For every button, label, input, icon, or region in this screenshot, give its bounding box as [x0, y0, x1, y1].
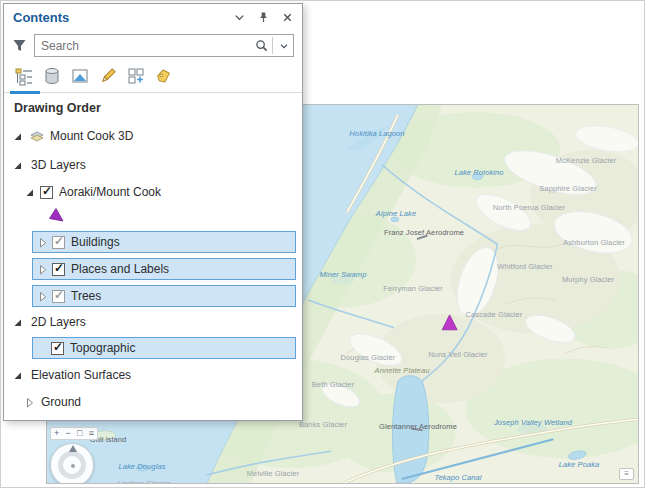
active-tab-underline: [10, 91, 40, 94]
map-label: Douglas Glacier: [341, 353, 396, 362]
map-label: Lake Douglas: [118, 462, 165, 471]
map-mini-toolbar[interactable]: + − □ ≡: [50, 427, 98, 440]
map-label: North Poerua Glacier: [493, 203, 565, 212]
map-label: Hokitika Lagoon: [349, 129, 404, 138]
map-label: Alpine Lake: [376, 209, 416, 218]
map-label: Melville Glacier: [247, 469, 299, 478]
tree-item-scene[interactable]: Mount Cook 3D: [4, 125, 302, 147]
expander-collapsed-icon[interactable]: [24, 397, 35, 408]
group-label: Elevation Surfaces: [31, 368, 131, 382]
map-label: Lake Rotokino: [454, 168, 503, 177]
tree-item-places-labels[interactable]: Places and Labels: [32, 258, 296, 280]
tree-item-trees[interactable]: Trees: [32, 285, 296, 307]
tree-item-topographic[interactable]: Topographic: [32, 337, 296, 359]
scene-label: Mount Cook 3D: [50, 129, 133, 143]
map-label: Miner Swamp: [320, 270, 367, 279]
group-label: 3D Layers: [31, 158, 86, 172]
extent-icon[interactable]: □: [77, 429, 82, 438]
map-label: Murphy Glacier: [562, 275, 614, 284]
screenshot-root: Hokitika LagoonLake RotokinoMcKenzie Gla…: [0, 0, 645, 488]
map-label: Glentanner Aerodrome: [379, 422, 457, 431]
surface-label: Ground: [41, 395, 81, 409]
navigator-ring[interactable]: [50, 443, 94, 484]
scene-icon: [29, 128, 45, 145]
map-label: McKenzie Glacier: [556, 156, 616, 165]
point-symbol-icon[interactable]: [48, 207, 64, 223]
map-label: Nuns Veil Glacier: [428, 350, 487, 359]
map-label: Ashburton Glacier: [563, 238, 625, 247]
contents-panel: Contents: [3, 3, 303, 421]
layer-checkbox[interactable]: [52, 236, 65, 249]
expander-collapsed-icon[interactable]: [37, 237, 48, 248]
layer-checkbox[interactable]: [52, 290, 65, 303]
layers-tree: Mount Cook 3D 3D Layers Aoraki/Mount Coo…: [4, 4, 302, 420]
map-label: Whitford Glacier: [497, 262, 552, 271]
north-arrow-icon: [69, 445, 77, 452]
navigator-center-dot: [71, 464, 75, 468]
tree-item-elevation-surfaces[interactable]: Elevation Surfaces: [4, 364, 302, 386]
menu-icon[interactable]: ≡: [89, 429, 94, 438]
layer-label: Buildings: [71, 235, 120, 249]
map-label: Lake Poaka: [559, 460, 600, 469]
layer-checkbox[interactable]: [51, 342, 64, 355]
tree-item-aoraki[interactable]: Aoraki/Mount Cook: [4, 181, 302, 203]
expander-collapsed-icon[interactable]: [37, 291, 48, 302]
expander-expanded-icon[interactable]: [12, 160, 23, 171]
map-label: Banks Glacier: [299, 420, 347, 429]
tree-item-3d-layers[interactable]: 3D Layers: [4, 154, 302, 176]
expander-expanded-icon[interactable]: [24, 187, 35, 198]
layer-symbol-row[interactable]: [4, 204, 302, 226]
attribution-button[interactable]: ≡: [619, 468, 634, 480]
expander-collapsed-icon[interactable]: [37, 264, 48, 275]
map-label: Ferryman Glacier: [383, 284, 443, 293]
zoom-in-icon[interactable]: +: [54, 429, 59, 438]
map-label: Annette Plateau: [375, 366, 430, 375]
layer-label: Aoraki/Mount Cook: [59, 185, 161, 199]
expander-expanded-icon[interactable]: [12, 317, 23, 328]
layer-label: Places and Labels: [71, 262, 169, 276]
layer-checkbox[interactable]: [52, 263, 65, 276]
group-label: 2D Layers: [31, 315, 86, 329]
map-label: Tekapo Canal: [434, 473, 481, 482]
layer-label: Trees: [71, 289, 101, 303]
expander-expanded-icon[interactable]: [12, 131, 23, 142]
map-label: Beth Glacier: [312, 380, 354, 389]
layer-label: Topographic: [70, 341, 135, 355]
map-label: Joseph Valley Wetland: [494, 418, 572, 427]
tree-item-ground[interactable]: Ground: [4, 391, 302, 413]
map-label: Lindsay Glacier: [117, 479, 170, 485]
map-label: Franz Josef Aerodrome: [384, 228, 464, 237]
layer-checkbox[interactable]: [40, 186, 53, 199]
tree-item-buildings[interactable]: Buildings: [32, 231, 296, 253]
map-label: Cascade Glacier: [466, 310, 523, 319]
tree-item-2d-layers[interactable]: 2D Layers: [4, 311, 302, 333]
expander-expanded-icon[interactable]: [12, 370, 23, 381]
zoom-out-icon[interactable]: −: [66, 429, 71, 438]
map-label: Sapphire Glacier: [539, 184, 596, 193]
